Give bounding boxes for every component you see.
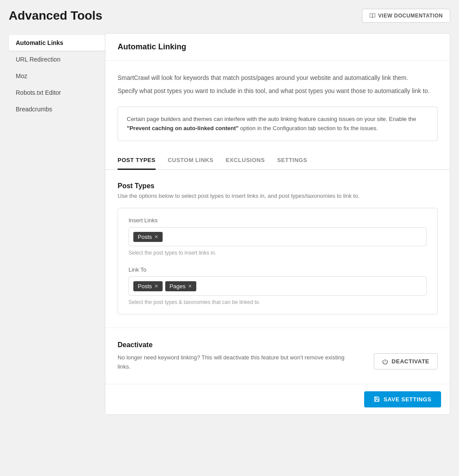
sidebar-item-url-redirection[interactable]: URL Redirection: [9, 52, 105, 67]
deactivate-description: No longer need keyword linking? This wil…: [118, 353, 356, 372]
tag-label-posts: Posts: [138, 283, 152, 290]
tag-posts-link-to: Posts ×: [133, 281, 163, 291]
link-to-input[interactable]: Posts × Pages ×: [129, 276, 427, 296]
tab-exclusions[interactable]: EXCLUSIONS: [226, 152, 265, 170]
post-types-title: Post Types: [118, 182, 438, 190]
tab-settings[interactable]: SETTINGS: [277, 152, 307, 170]
page-title: Advanced Tools: [9, 9, 102, 23]
post-types-description: Use the options below to select post typ…: [118, 193, 438, 199]
notice-strong: "Prevent caching on auto-linked content": [127, 125, 239, 131]
sidebar-item-breadcrumbs[interactable]: Breadcrumbs: [9, 101, 105, 117]
post-types-inner-box: Insert Links Posts × Select the post typ…: [118, 208, 438, 314]
tag-pages-link-to: Pages ×: [165, 281, 196, 291]
page-footer: SAVE SETTINGS: [105, 384, 450, 414]
deactivate-text: Deactivate No longer need keyword linkin…: [118, 341, 356, 372]
link-to-group: Link To Posts × Pages ×: [129, 266, 427, 305]
book-icon: [369, 13, 376, 19]
link-to-label: Link To: [129, 266, 427, 273]
notice-text-before: Certain page builders and themes can int…: [127, 116, 416, 122]
main-layout: Automatic Links URL Redirection Moz Robo…: [9, 33, 450, 415]
notice-text-after: option in the Configuration tab section …: [239, 125, 378, 131]
power-icon: [382, 359, 388, 365]
tabs-container: POST TYPES CUSTOM LINKS EXCLUSIONS SETTI…: [105, 152, 450, 170]
section-divider: [105, 328, 450, 328]
notice-box: Certain page builders and themes can int…: [118, 107, 438, 141]
tab-post-types[interactable]: POST TYPES: [118, 152, 156, 170]
sidebar-item-automatic-links[interactable]: Automatic Links: [9, 35, 105, 51]
tag-remove-posts-link[interactable]: ×: [155, 283, 158, 289]
insert-links-group: Insert Links Posts × Select the post typ…: [129, 217, 427, 256]
save-settings-button[interactable]: SAVE SETTINGS: [364, 391, 441, 407]
content-body: SmartCrawl will look for keywords that m…: [105, 61, 450, 384]
tab-custom-links[interactable]: CUSTOM LINKS: [168, 152, 214, 170]
insert-links-input[interactable]: Posts ×: [129, 227, 427, 246]
footer-wrapper: SAVE SETTINGS: [105, 384, 450, 415]
page-header: Advanced Tools VIEW DOCUMENTATION: [9, 9, 450, 23]
tag-remove-pages-link[interactable]: ×: [188, 283, 192, 289]
sidebar: Automatic Links URL Redirection Moz Robo…: [9, 33, 105, 118]
tag-posts-insert: Posts ×: [133, 232, 163, 242]
section-heading: Automatic Linking: [118, 42, 438, 52]
description-2: Specify what post types you want to incl…: [118, 86, 438, 96]
sidebar-item-robots-txt[interactable]: Robots.txt Editor: [9, 85, 105, 100]
tag-remove-posts-insert[interactable]: ×: [155, 234, 158, 240]
deactivate-button[interactable]: DEACTIVATE: [374, 353, 438, 369]
sidebar-item-moz[interactable]: Moz: [9, 68, 105, 84]
page-wrapper: Advanced Tools VIEW DOCUMENTATION Automa…: [0, 0, 459, 424]
insert-links-label: Insert Links: [129, 217, 427, 224]
content-header: Automatic Linking: [105, 34, 450, 61]
deactivate-section: Deactivate No longer need keyword linkin…: [118, 341, 438, 372]
description-1: SmartCrawl will look for keywords that m…: [118, 73, 438, 83]
tag-label: Posts: [138, 234, 152, 240]
deactivate-title: Deactivate: [118, 341, 356, 349]
deactivate-btn-label: DEACTIVATE: [392, 358, 429, 365]
view-docs-button[interactable]: VIEW DOCUMENTATION: [362, 9, 450, 23]
tag-label-pages: Pages: [170, 283, 186, 290]
content-area: Automatic Linking SmartCrawl will look f…: [105, 33, 450, 384]
insert-links-hint: Select the post types to insert links in…: [129, 250, 427, 256]
post-types-section: Post Types Use the options below to sele…: [118, 182, 438, 314]
link-to-hint: Select the post types & taxonomies that …: [129, 299, 427, 305]
save-icon: [374, 396, 380, 402]
save-btn-label: SAVE SETTINGS: [383, 396, 431, 403]
